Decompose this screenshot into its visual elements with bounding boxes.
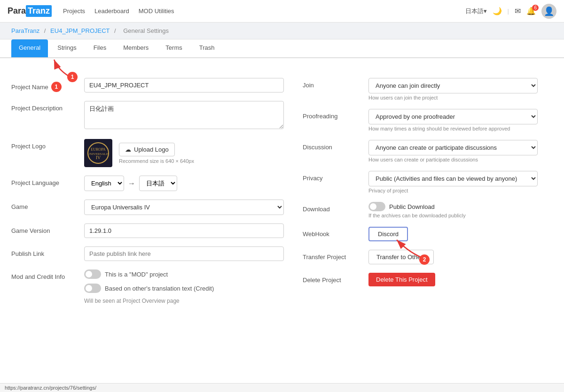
moon-icon[interactable]: 🌙: [493, 7, 502, 15]
mod-toggle[interactable]: [84, 269, 101, 279]
delete-control: Delete This Project: [368, 273, 538, 286]
project-name-input[interactable]: [84, 78, 284, 92]
project-logo-row: Project Logo EUROPA UNIVERSALIS IV: [11, 139, 284, 167]
mod-toggle-label: This is a "MOD" project: [105, 271, 168, 278]
delete-row: Delete Project Delete This Project: [303, 273, 538, 286]
game-control: Europa Universalis IV: [84, 200, 284, 215]
webhook-control: Discord 2: [368, 227, 538, 241]
label-badge-row: Project Name 1: [11, 82, 84, 92]
publish-link-control: [84, 246, 284, 261]
logo-para: Para: [8, 6, 26, 16]
download-row: Download Public Download If the archives…: [303, 202, 538, 218]
nav-projects[interactable]: Projects: [63, 8, 85, 15]
project-desc-row: Project Description 日化計画: [11, 101, 284, 131]
credit-toggle[interactable]: [84, 284, 101, 293]
discussion-control: Anyone can create or participate discuss…: [368, 140, 538, 162]
join-label: Join: [303, 78, 368, 89]
proofreading-control: Approved by one proofreader How many tim…: [368, 109, 538, 131]
tab-members[interactable]: Members: [116, 39, 156, 57]
nav-right: 日本語▾ 🌙 | ✉ 🔔 6 👤: [465, 4, 556, 19]
upload-icon: ☁: [125, 146, 131, 153]
nav-links: Projects Leaderboard MOD Utilities: [63, 8, 174, 15]
lang-button[interactable]: 日本語▾: [465, 7, 487, 15]
game-version-label: Game Version: [11, 223, 84, 234]
publish-link-input[interactable]: [84, 246, 284, 261]
game-select[interactable]: Europa Universalis IV: [84, 200, 284, 215]
status-url: https://paratranz.cn/projects/76/setting…: [5, 385, 96, 391]
discussion-label: Discussion: [303, 140, 368, 151]
breadcrumb-current: General Settings: [123, 27, 169, 34]
proofreading-select[interactable]: Approved by one proofreader: [368, 109, 538, 124]
avatar-icon: 👤: [544, 6, 554, 16]
game-row: Game Europa Universalis IV: [11, 200, 284, 215]
join-hint: How users can join the project: [368, 95, 538, 100]
main-content: Project Name 1 Project Description 日化計画 …: [0, 67, 564, 324]
privacy-select[interactable]: Public (Activities and files can be view…: [368, 171, 538, 186]
upload-logo-button[interactable]: ☁ Upload Logo: [119, 143, 175, 156]
game-version-row: Game Version: [11, 223, 284, 238]
breadcrumb-project[interactable]: EU4_JPM_PROJECT: [50, 27, 110, 34]
breadcrumb: ParaTranz / EU4_JPM_PROJECT / General Se…: [0, 23, 564, 39]
game-version-input[interactable]: [84, 223, 284, 238]
tab-files[interactable]: Files: [86, 39, 114, 57]
join-control: Anyone can join directly How users can j…: [368, 78, 538, 100]
credit-toggle-label: Based on other's translation text (Credi…: [105, 285, 214, 292]
tab-strings[interactable]: Strings: [50, 39, 84, 57]
privacy-hint: Privacy of project: [368, 188, 538, 193]
avatar[interactable]: 👤: [541, 4, 556, 19]
mail-icon[interactable]: ✉: [515, 7, 521, 15]
mod-credit-row: Mod and Credit Info This is a "MOD" proj…: [11, 269, 284, 304]
download-toggle[interactable]: [368, 202, 385, 211]
proofreading-label: Proofreading: [303, 109, 368, 120]
project-logo-image: EUROPA UNIVERSALIS IV: [84, 139, 112, 167]
webhook-row: WebHook Discord 2: [303, 227, 538, 241]
tab-bar: General Strings Files Members Terms Tras…: [0, 39, 564, 58]
lang-from-select[interactable]: English: [84, 176, 124, 191]
transfer-row: Transfer Project Transfer to Others: [303, 250, 538, 264]
tab-trash[interactable]: Trash: [192, 39, 222, 57]
download-toggle-label: Public Download: [389, 203, 435, 210]
lang-to-select[interactable]: 日本語: [139, 176, 177, 191]
download-toggle-row: Public Download: [368, 202, 538, 211]
tab-general[interactable]: General: [11, 39, 48, 57]
mod-toggle-slider: [84, 269, 101, 279]
transfer-label: Transfer Project: [303, 250, 368, 261]
project-logo-control: EUROPA UNIVERSALIS IV ☁ Upload Logo Reco…: [84, 139, 284, 167]
project-desc-label: Project Description: [11, 101, 84, 112]
transfer-button[interactable]: Transfer to Others: [368, 250, 434, 264]
project-name-row: Project Name 1: [11, 78, 284, 92]
breadcrumb-paratranz[interactable]: ParaTranz: [11, 27, 39, 34]
nav-mod-utilities[interactable]: MOD Utilities: [139, 8, 174, 15]
project-name-label: Project Name 1: [11, 78, 84, 92]
delete-project-button[interactable]: Delete This Project: [368, 273, 435, 286]
download-label: Download: [303, 202, 368, 213]
join-row: Join Anyone can join directly How users …: [303, 78, 538, 100]
project-language-control: English → 日本語: [84, 176, 284, 191]
discussion-hint: How users can create or participate disc…: [368, 157, 538, 162]
discord-button[interactable]: Discord: [368, 227, 408, 241]
project-name-control: [84, 78, 284, 92]
game-version-control: [84, 223, 284, 238]
tab-terms[interactable]: Terms: [158, 39, 189, 57]
game-label: Game: [11, 200, 84, 210]
mod-toggle-row: This is a "MOD" project: [84, 269, 284, 279]
breadcrumb-sep1: /: [44, 27, 46, 34]
discussion-select[interactable]: Anyone can create or participate discuss…: [368, 140, 538, 155]
project-desc-input[interactable]: 日化計画: [84, 101, 284, 129]
join-select[interactable]: Anyone can join directly: [368, 78, 538, 93]
delete-label: Delete Project: [303, 273, 368, 284]
proofreading-row: Proofreading Approved by one proofreader…: [303, 109, 538, 131]
nav-leaderboard[interactable]: Leaderboard: [94, 8, 129, 15]
project-language-row: Project Language English → 日本語: [11, 176, 284, 191]
credit-toggle-slider: [84, 284, 101, 293]
publish-link-row: Publish Link: [11, 246, 284, 261]
logo-row: EUROPA UNIVERSALIS IV ☁ Upload Logo Reco…: [84, 139, 284, 167]
download-hint: If the archives can be downloaded public…: [368, 213, 538, 218]
logo-tranz: Tranz: [26, 5, 52, 17]
upload-logo-label: Upload Logo: [134, 146, 169, 153]
status-bar: https://paratranz.cn/projects/76/setting…: [0, 383, 564, 392]
privacy-control: Public (Activities and files can be view…: [368, 171, 538, 193]
lang-row: English → 日本語: [84, 176, 284, 191]
credit-toggle-row: Based on other's translation text (Credi…: [84, 284, 284, 293]
download-control: Public Download If the archives can be d…: [368, 202, 538, 218]
